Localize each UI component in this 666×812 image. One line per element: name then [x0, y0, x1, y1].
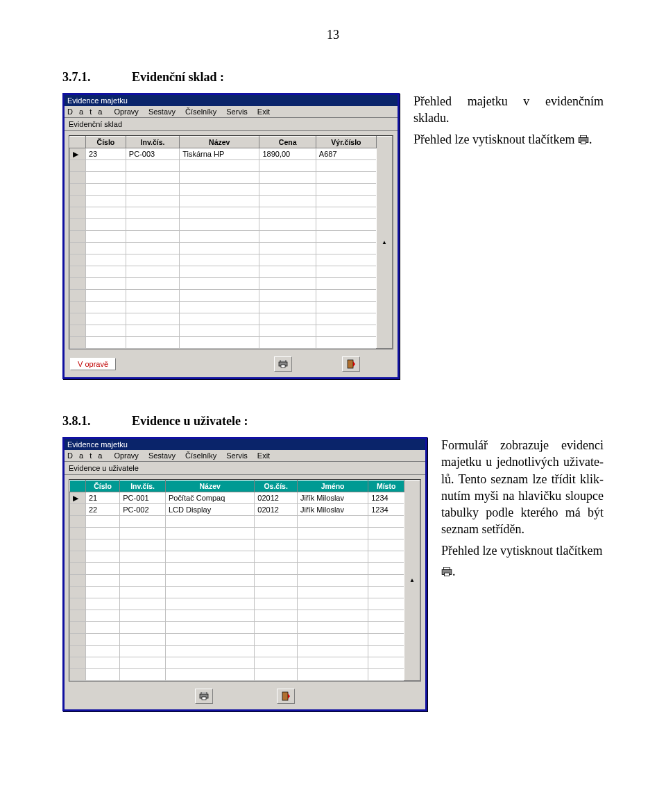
table-row[interactable]: ▶ 21 PC-001 Počítač Compaq 02012 Jiřík M…: [70, 492, 420, 504]
cell[interactable]: 1234: [368, 504, 404, 516]
menubar: D a t a Opravy Sestavy Číselníky Servis …: [65, 106, 398, 118]
svg-marker-4: [353, 361, 355, 367]
section-title: Evidence u uživatele :: [132, 414, 248, 429]
svg-rect-0: [280, 360, 286, 362]
printer-icon: [199, 692, 209, 700]
svg-marker-12: [288, 693, 290, 699]
window-evidencni-sklad: Evidence majetku D a t a Opravy Sestavy …: [62, 93, 400, 379]
menubar: D a t a Opravy Sestavy Číselníky Servis …: [65, 450, 425, 462]
col-jmeno[interactable]: Jméno: [298, 481, 368, 492]
cell[interactable]: PC-001: [120, 492, 166, 504]
cell[interactable]: Jiřík Miloslav: [298, 492, 368, 504]
printer-icon: [441, 567, 452, 577]
col-invcis[interactable]: Inv.čís.: [126, 137, 179, 148]
section-title: Evidenční sklad :: [132, 70, 224, 85]
col-nazev[interactable]: Název: [180, 137, 259, 148]
col-cislo[interactable]: Číslo: [86, 481, 120, 492]
menu-exit[interactable]: Exit: [257, 451, 270, 460]
cell[interactable]: 23: [86, 148, 126, 160]
scrollbar[interactable]: ▲: [404, 481, 420, 681]
caption-text: Přehled majetku v evidenčním skladu.: [413, 94, 604, 125]
menu-data[interactable]: D a t a: [67, 451, 104, 460]
cell[interactable]: 21: [86, 492, 120, 504]
cell[interactable]: Jiřík Miloslav: [298, 504, 368, 516]
caption-text: Přehled lze vytisknout tlačítkem: [413, 132, 578, 146]
caption-text: Formulář zobrazuje evidenci majetku u je…: [441, 438, 604, 536]
page-number: 13: [62, 28, 604, 42]
table-row[interactable]: ▶ 23 PC-003 Tiskárna HP 1890,00 A687: [70, 148, 393, 160]
cell[interactable]: LCD Display: [166, 504, 255, 516]
status-badge: V opravě: [70, 358, 116, 370]
svg-rect-11: [282, 692, 288, 700]
menu-ciselniky[interactable]: Číselníky: [185, 107, 216, 116]
svg-rect-15: [445, 573, 450, 576]
door-icon: [282, 691, 290, 701]
cell[interactable]: 1234: [368, 492, 404, 504]
printer-icon: [578, 135, 589, 145]
menu-ciselniky[interactable]: Číselníky: [185, 451, 216, 460]
cell[interactable]: 22: [86, 504, 120, 516]
col-nazev[interactable]: Název: [166, 481, 255, 492]
datagrid[interactable]: Číslo Inv.čís. Název Os.čís. Jméno Místo…: [69, 479, 421, 682]
window-evidence-u-uzivatele: Evidence majetku D a t a Opravy Sestavy …: [62, 437, 427, 711]
bottom-toolbar: [65, 686, 425, 709]
exit-button[interactable]: [342, 356, 360, 372]
bottom-toolbar: V opravě: [65, 354, 398, 377]
svg-rect-2: [281, 365, 285, 368]
cell[interactable]: 02012: [255, 492, 298, 504]
svg-rect-13: [443, 567, 450, 569]
col-vyrcislo[interactable]: Výr.číslo: [316, 137, 376, 148]
caption-text: .: [589, 132, 592, 146]
cell[interactable]: A687: [316, 148, 376, 160]
menu-exit[interactable]: Exit: [257, 107, 270, 116]
svg-rect-10: [202, 697, 206, 700]
menu-opravy[interactable]: Opravy: [114, 107, 138, 116]
cell[interactable]: Počítač Compaq: [166, 492, 255, 504]
table-row[interactable]: 22 PC-002 LCD Display 02012 Jiřík Milosl…: [70, 504, 420, 516]
scrollbar[interactable]: ▲: [377, 137, 393, 349]
corner-cell: [70, 137, 86, 148]
row-marker: ▶: [70, 148, 86, 160]
col-cislo[interactable]: Číslo: [86, 137, 126, 148]
door-icon: [347, 359, 355, 369]
cell[interactable]: 1890,00: [259, 148, 316, 160]
menu-opravy[interactable]: Opravy: [114, 451, 138, 460]
print-button[interactable]: [274, 356, 292, 372]
caption-381: Formulář zobrazuje evidenci majetku u je…: [427, 437, 604, 584]
svg-rect-3: [348, 360, 353, 368]
menu-sestavy[interactable]: Sestavy: [148, 451, 176, 460]
exit-button[interactable]: [277, 689, 295, 704]
caption-text: .: [452, 564, 456, 578]
caption-text: Přehled lze vytisknout tlačítkem: [441, 544, 602, 558]
menu-sestavy[interactable]: Sestavy: [148, 107, 176, 116]
section-heading-371: 3.7.1. Evidenční sklad :: [62, 70, 604, 85]
menu-data[interactable]: D a t a: [67, 107, 104, 116]
col-cena[interactable]: Cena: [259, 137, 316, 148]
window-title: Evidence majetku: [65, 439, 425, 450]
print-button[interactable]: [195, 689, 213, 704]
datagrid[interactable]: Číslo Inv.čís. Název Cena Výr.číslo ▲ ▶ …: [69, 135, 393, 349]
col-misto[interactable]: Místo: [368, 481, 404, 492]
svg-rect-7: [581, 141, 586, 144]
cell[interactable]: PC-003: [126, 148, 179, 160]
row-marker: ▶: [70, 492, 86, 504]
section-heading-381: 3.8.1. Evidence u uživatele :: [62, 414, 604, 429]
section-number: 3.7.1.: [62, 70, 132, 85]
section-number: 3.8.1.: [62, 414, 132, 429]
row-marker: [70, 504, 86, 516]
menu-servis[interactable]: Servis: [226, 107, 248, 116]
svg-rect-8: [201, 692, 207, 694]
subwindow-title: Evidenční sklad: [65, 118, 398, 131]
cell[interactable]: PC-002: [120, 504, 166, 516]
svg-rect-5: [580, 135, 586, 137]
cell[interactable]: 02012: [255, 504, 298, 516]
corner-cell: [70, 481, 86, 492]
col-invcis[interactable]: Inv.čís.: [120, 481, 166, 492]
caption-371: Přehled majetku v evidenčním skladu. Pře…: [400, 93, 604, 152]
printer-icon: [278, 360, 288, 368]
col-oscis[interactable]: Os.čís.: [255, 481, 298, 492]
subwindow-title: Evidence u uživatele: [65, 462, 425, 475]
cell[interactable]: Tiskárna HP: [180, 148, 259, 160]
window-title: Evidence majetku: [65, 95, 398, 106]
menu-servis[interactable]: Servis: [226, 451, 248, 460]
